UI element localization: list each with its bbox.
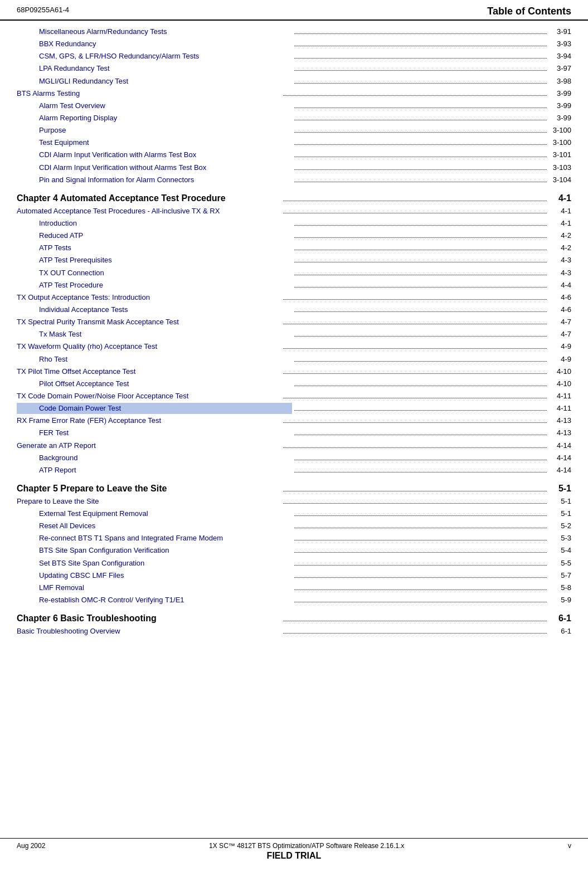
toc-entry: LMF Removal5-8	[17, 582, 571, 593]
toc-dots	[294, 225, 547, 226]
chapter-heading: Chapter 5 Prepare to Leave the Site5-1	[17, 484, 571, 494]
toc-page: 4-3	[549, 267, 571, 279]
toc-page: 4-14	[549, 440, 571, 451]
toc-dots	[294, 169, 547, 170]
toc-dots	[294, 565, 547, 566]
toc-dots	[283, 95, 547, 96]
toc-entry-text: TX Code Domain Power/Noise Floor Accepta…	[17, 391, 281, 402]
toc-page: 4-7	[549, 316, 571, 328]
toc-page: 4-6	[549, 292, 571, 303]
toc-dots	[294, 577, 547, 578]
toc-page: 3-98	[549, 76, 571, 87]
toc-dots	[294, 275, 547, 275]
toc-entry: BTS Site Span Configuration Verification…	[17, 545, 571, 556]
toc-dots	[294, 237, 547, 238]
toc-page: 6-1	[549, 626, 571, 637]
toc-page: 6-1	[549, 613, 571, 623]
toc-page: 4-4	[549, 280, 571, 291]
toc-dots	[283, 213, 547, 213]
toc-dots	[283, 491, 547, 491]
toc-page: 5-3	[549, 533, 571, 544]
toc-entry-text: TX Pilot Time Offset Acceptance Test	[17, 366, 281, 377]
toc-entry-text: ATP Report	[17, 465, 292, 476]
toc-entry-text: CDI Alarm Input Verification without Ala…	[17, 162, 292, 173]
toc-page: 3-97	[549, 63, 571, 74]
toc-dots	[283, 348, 547, 349]
toc-entry: Miscellaneous Alarm/Redundancy Tests3-91	[17, 26, 571, 37]
toc-page: 5-7	[549, 570, 571, 581]
toc-page: 3-94	[549, 51, 571, 62]
toc-page: 4-10	[549, 378, 571, 389]
toc-entry-text: Automated Acceptance Test Procedures - A…	[17, 206, 281, 217]
toc-page: 3-93	[549, 38, 571, 50]
toc-entry: FER Test4-13	[17, 427, 571, 439]
toc-dots	[294, 590, 547, 590]
toc-page: 5-2	[549, 520, 571, 532]
toc-entry-text: Basic Troubleshooting Overview	[17, 626, 281, 637]
toc-dots	[294, 386, 547, 386]
toc-page: 4-6	[549, 304, 571, 315]
toc-dots	[294, 287, 547, 288]
toc-entry-text: Alarm Reporting Display	[17, 113, 292, 124]
toc-entry: LPA Redundancy Test3-97	[17, 63, 571, 74]
toc-entry: TX Spectral Purity Transmit Mask Accepta…	[17, 316, 571, 328]
toc-page: 3-91	[549, 26, 571, 37]
toc-page: 5-8	[549, 582, 571, 593]
toc-entry: Code Domain Power Test4-11	[17, 403, 571, 414]
toc-entry-text: Reset All Devices	[17, 520, 292, 532]
toc-entry-text: Updating CBSC LMF Files	[17, 570, 292, 581]
toc-entry: Introduction4-1	[17, 218, 571, 229]
chapter-heading-text: Chapter 4 Automated Acceptance Test Proc…	[17, 193, 281, 203]
toc-entry: Re-establish OMC-R Control/ Verifying T1…	[17, 595, 571, 606]
toc-entry-text: Tx Mask Test	[17, 329, 292, 340]
toc-dots	[294, 552, 547, 553]
toc-dots	[294, 132, 547, 133]
toc-page: 5-4	[549, 545, 571, 556]
chapter-heading-text: Chapter 6 Basic Troubleshooting	[17, 613, 281, 623]
footer-field-trial: FIELD TRIAL	[17, 851, 571, 861]
toc-dots	[283, 324, 547, 324]
toc-entry-text: TX Output Acceptance Tests: Introduction	[17, 292, 281, 303]
toc-entry: Generate an ATP Report4-14	[17, 440, 571, 451]
toc-dots	[294, 33, 547, 34]
toc-entry-text: Re-establish OMC-R Control/ Verifying T1…	[17, 595, 292, 606]
toc-page: 4-3	[549, 255, 571, 266]
toc-entry-text: Pin and Signal Information for Alarm Con…	[17, 174, 292, 186]
toc-entry-text: Introduction	[17, 218, 292, 229]
toc-page: 3-104	[549, 174, 571, 186]
toc-entry: CDI Alarm Input Verification with Alarms…	[17, 149, 571, 160]
toc-entry: TX Output Acceptance Tests: Introduction…	[17, 292, 571, 303]
footer-page: v	[568, 842, 571, 850]
toc-entry-text: CSM, GPS, & LFR/HSO Redundancy/Alarm Tes…	[17, 51, 292, 62]
toc-entry: External Test Equipment Removal5-1	[17, 508, 571, 519]
toc-page: 5-1	[549, 508, 571, 519]
toc-entry-text: Prepare to Leave the Site	[17, 496, 281, 507]
toc-dots	[294, 460, 547, 460]
toc-dots	[294, 602, 547, 602]
toc-entry-text: Miscellaneous Alarm/Redundancy Tests	[17, 26, 292, 37]
toc-page: 5-9	[549, 595, 571, 606]
toc-dots	[294, 46, 547, 46]
toc-dots	[283, 447, 547, 448]
toc-entry-text: LPA Redundancy Test	[17, 63, 292, 74]
toc-content: Miscellaneous Alarm/Redundancy Tests3-91…	[0, 21, 588, 644]
page-title: Table of Contents	[487, 6, 571, 17]
toc-entry-text: BTS Alarms Testing	[17, 88, 281, 99]
toc-dots	[294, 515, 547, 516]
toc-entry: ATP Tests4-2	[17, 242, 571, 254]
toc-page: 3-99	[549, 100, 571, 111]
toc-entry: Individual Acceptance Tests4-6	[17, 304, 571, 315]
toc-entry: Alarm Reporting Display3-99	[17, 113, 571, 124]
toc-entry-text: TX Spectral Purity Transmit Mask Accepta…	[17, 316, 281, 328]
toc-dots	[294, 410, 547, 411]
toc-entry-text: TX OUT Connection	[17, 267, 292, 279]
toc-entry: CDI Alarm Input Verification without Ala…	[17, 162, 571, 173]
toc-entry-text: BBX Redundancy	[17, 38, 292, 50]
toc-dots	[294, 528, 547, 528]
toc-entry-text: Individual Acceptance Tests	[17, 304, 292, 315]
toc-entry-text: FER Test	[17, 427, 292, 439]
toc-entry: MGLI/GLI Redundancy Test3-98	[17, 76, 571, 87]
toc-entry-text: Background	[17, 452, 292, 464]
toc-page: 4-1	[549, 218, 571, 229]
toc-dots	[294, 262, 547, 262]
